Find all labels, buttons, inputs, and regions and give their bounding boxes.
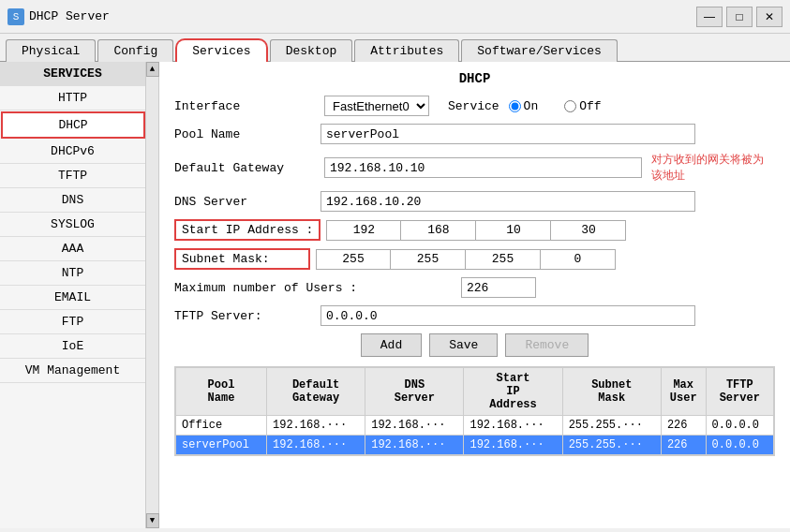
subnet-mask-row: Subnet Mask: — [174, 248, 775, 270]
max-users-input[interactable] — [461, 277, 536, 298]
sidebar-item-aaa[interactable]: AAA — [0, 237, 145, 261]
pool-name-input[interactable] — [320, 124, 695, 144]
col-header-start-ip: StartIPAddress — [464, 368, 562, 416]
max-users-label: Maximum number of Users : — [174, 281, 455, 295]
cell-tftp-server: 0.0.0.0 — [706, 436, 773, 455]
sidebar-item-http[interactable]: HTTP — [0, 86, 145, 111]
subnet-octet-1[interactable] — [316, 249, 391, 270]
col-header-pool-name: PoolName — [176, 368, 267, 416]
table-row[interactable]: serverPool 192.168.··· 192.168.··· 192.1… — [176, 436, 774, 455]
tab-software-services[interactable]: Software/Services — [461, 39, 618, 62]
section-title: DHCP — [174, 71, 775, 86]
tab-physical[interactable]: Physical — [6, 39, 96, 62]
sidebar-item-vm-management[interactable]: VM Management — [0, 359, 145, 383]
save-button[interactable]: Save — [429, 333, 498, 357]
col-header-default-gateway: DefaultGateway — [267, 368, 365, 416]
tftp-server-row: TFTP Server: — [174, 305, 775, 326]
start-ip-inputs — [326, 220, 626, 241]
interface-label: Interface — [174, 99, 315, 113]
gateway-note: 对方收到的网关将被为该地址 — [651, 152, 775, 184]
sidebar-scrollbar[interactable]: ▲ ▼ — [145, 62, 158, 528]
subnet-mask-label: Subnet Mask: — [174, 248, 310, 270]
default-gateway-input[interactable] — [324, 157, 642, 178]
pool-table-container: PoolName DefaultGateway DNSServer StartI… — [174, 366, 775, 456]
cell-max-user: 226 — [661, 436, 706, 455]
window-controls: — □ ✕ — [696, 7, 783, 27]
service-radio-group: On Off — [509, 99, 602, 113]
cell-tftp-server: 0.0.0.0 — [706, 416, 773, 436]
col-header-max-user: MaxUser — [661, 368, 706, 416]
main-content: SERVICES HTTP DHCP DHCPv6 TFTP DNS SYSLO… — [0, 62, 790, 528]
button-row: Add Save Remove — [174, 333, 775, 357]
scroll-down-button[interactable]: ▼ — [146, 513, 159, 528]
dns-server-input[interactable] — [320, 191, 695, 212]
close-button[interactable]: ✕ — [756, 7, 783, 27]
service-on-radio[interactable]: On — [509, 99, 539, 113]
add-button[interactable]: Add — [361, 333, 422, 357]
pool-name-row: Pool Name — [174, 124, 775, 144]
cell-default-gateway: 192.168.··· — [267, 416, 365, 436]
interface-row: Interface FastEthernet0 Service On Off — [174, 96, 775, 116]
title-bar: S DHCP Server — □ ✕ — [0, 0, 790, 34]
dns-server-row: DNS Server — [174, 191, 775, 212]
tabs-bar: Physical Config Services Desktop Attribu… — [0, 34, 790, 62]
col-header-subnet-mask: SubnetMask — [562, 368, 661, 416]
col-header-dns-server: DNSServer — [365, 368, 464, 416]
start-ip-octet-1[interactable] — [326, 220, 401, 241]
cell-pool-name: serverPool — [176, 436, 267, 455]
tab-desktop[interactable]: Desktop — [270, 39, 353, 62]
cell-dns-server: 192.168.··· — [365, 436, 464, 455]
start-ip-octet-2[interactable] — [401, 220, 476, 241]
app-icon: S — [7, 8, 24, 25]
cell-subnet-mask: 255.255.··· — [562, 416, 661, 436]
sidebar-item-tftp[interactable]: TFTP — [0, 164, 145, 188]
tftp-server-input[interactable] — [320, 305, 695, 326]
default-gateway-row: Default Gateway 对方收到的网关将被为该地址 — [174, 152, 775, 184]
sidebar-item-dhcp[interactable]: DHCP — [1, 111, 145, 139]
content-area: DHCP Interface FastEthernet0 Service On … — [159, 62, 790, 528]
start-ip-octet-3[interactable] — [476, 220, 551, 241]
subnet-octet-4[interactable] — [541, 249, 616, 270]
cell-start-ip: 192.168.··· — [464, 416, 562, 436]
sidebar-item-syslog[interactable]: SYSLOG — [0, 213, 145, 237]
default-gateway-label: Default Gateway — [174, 161, 315, 175]
sidebar: SERVICES HTTP DHCP DHCPv6 TFTP DNS SYSLO… — [0, 62, 159, 528]
tab-services[interactable]: Services — [175, 38, 267, 62]
col-header-tftp-server: TFTPServer — [706, 368, 773, 416]
pool-table: PoolName DefaultGateway DNSServer StartI… — [175, 367, 774, 455]
start-ip-label: Start IP Address : — [174, 219, 320, 241]
cell-subnet-mask: 255.255.··· — [562, 436, 661, 455]
sidebar-item-ftp[interactable]: FTP — [0, 310, 145, 334]
pool-name-label: Pool Name — [174, 127, 315, 141]
table-row[interactable]: Office 192.168.··· 192.168.··· 192.168.·… — [176, 416, 774, 436]
sidebar-item-dhcpv6[interactable]: DHCPv6 — [0, 140, 145, 164]
tftp-server-label: TFTP Server: — [174, 309, 315, 323]
subnet-octet-3[interactable] — [466, 249, 541, 270]
subnet-octet-2[interactable] — [391, 249, 466, 270]
max-users-row: Maximum number of Users : — [174, 277, 775, 298]
sidebar-item-ntp[interactable]: NTP — [0, 261, 145, 286]
cell-pool-name: Office — [176, 416, 267, 436]
cell-default-gateway: 192.168.··· — [267, 436, 365, 455]
cell-start-ip: 192.168.··· — [464, 436, 562, 455]
remove-button[interactable]: Remove — [505, 333, 589, 357]
start-ip-octet-4[interactable] — [551, 220, 626, 241]
sidebar-item-services-header[interactable]: SERVICES — [0, 62, 145, 86]
maximize-button[interactable]: □ — [726, 7, 753, 27]
minimize-button[interactable]: — — [696, 7, 723, 27]
tab-config[interactable]: Config — [97, 39, 173, 62]
cell-dns-server: 192.168.··· — [365, 416, 464, 436]
sidebar-item-dns[interactable]: DNS — [0, 188, 145, 213]
service-off-radio[interactable]: Off — [564, 99, 601, 113]
sidebar-item-email[interactable]: EMAIL — [0, 286, 145, 310]
start-ip-row: Start IP Address : — [174, 219, 775, 241]
interface-select[interactable]: FastEthernet0 — [324, 96, 429, 116]
subnet-mask-inputs — [316, 249, 616, 270]
window-title: DHCP Server — [29, 9, 696, 23]
tab-attributes[interactable]: Attributes — [354, 39, 459, 62]
sidebar-item-ioe[interactable]: IoE — [0, 334, 145, 359]
service-label: Service — [448, 99, 499, 113]
scroll-up-button[interactable]: ▲ — [146, 62, 159, 77]
cell-max-user: 226 — [661, 416, 706, 436]
dns-server-label: DNS Server — [174, 195, 315, 209]
